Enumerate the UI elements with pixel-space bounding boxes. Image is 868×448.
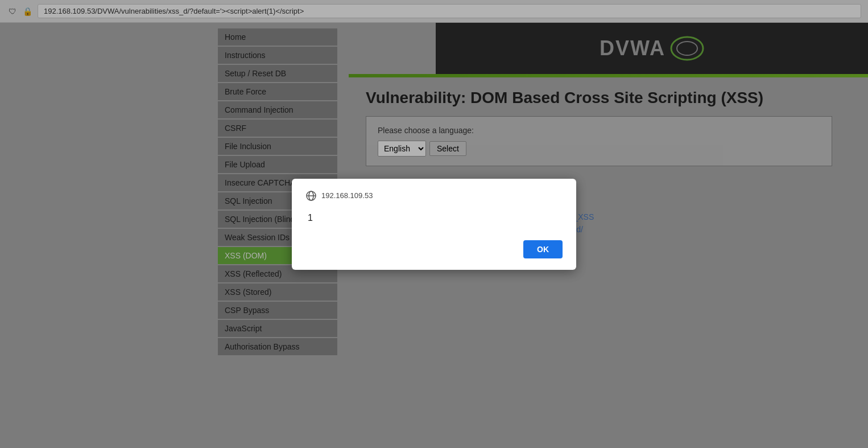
dialog-origin-text: 192.168.109.53 xyxy=(321,191,373,200)
dialog-origin: 192.168.109.53 xyxy=(305,190,563,202)
dialog-ok-button[interactable]: OK xyxy=(523,240,563,258)
dialog-box: 192.168.109.53 1 OK xyxy=(292,179,576,270)
dialog-buttons: OK xyxy=(305,240,563,258)
globe-icon xyxy=(305,190,317,202)
dialog-overlay: 192.168.109.53 1 OK xyxy=(0,0,868,448)
dialog-message: 1 xyxy=(305,213,563,223)
